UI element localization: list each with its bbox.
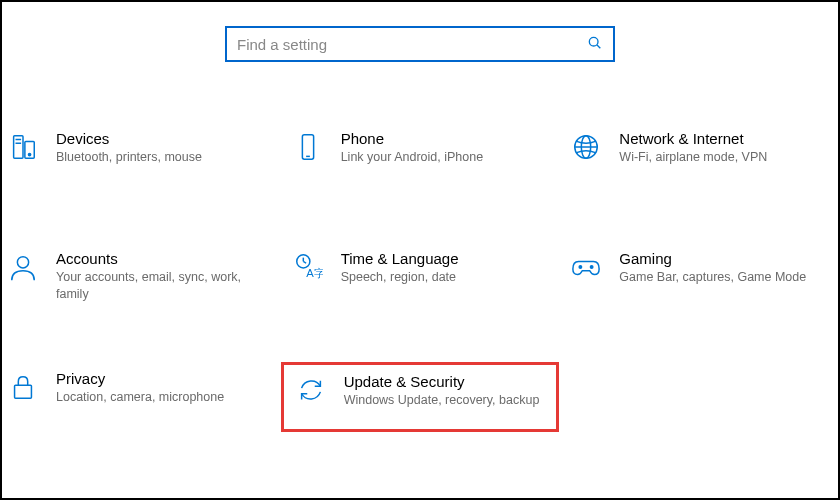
svg-point-6 (28, 153, 30, 155)
phone-icon (291, 130, 325, 164)
empty-cell (559, 362, 838, 432)
tile-subtitle: Game Bar, captures, Game Mode (619, 269, 806, 286)
tile-title: Network & Internet (619, 130, 767, 147)
tile-privacy[interactable]: Privacy Location, camera, microphone (0, 362, 281, 432)
tile-subtitle: Wi-Fi, airplane mode, VPN (619, 149, 767, 166)
tile-title: Update & Security (344, 373, 540, 390)
tile-accounts[interactable]: Accounts Your accounts, email, sync, wor… (0, 242, 281, 312)
tile-subtitle: Speech, region, date (341, 269, 459, 286)
tile-subtitle: Your accounts, email, sync, work, family (56, 269, 256, 303)
svg-line-1 (597, 45, 600, 48)
tile-subtitle: Link your Android, iPhone (341, 149, 483, 166)
tile-phone[interactable]: Phone Link your Android, iPhone (281, 122, 560, 192)
gamepad-icon (569, 250, 603, 284)
person-icon (6, 250, 40, 284)
svg-point-17 (579, 266, 581, 268)
tile-title: Privacy (56, 370, 224, 387)
tile-title: Devices (56, 130, 202, 147)
svg-point-18 (591, 266, 593, 268)
tile-gaming[interactable]: Gaming Game Bar, captures, Game Mode (559, 242, 838, 312)
search-container (2, 2, 838, 62)
search-input[interactable] (237, 36, 587, 53)
svg-point-0 (589, 37, 598, 46)
search-icon (587, 35, 603, 54)
tile-title: Gaming (619, 250, 806, 267)
tile-devices[interactable]: Devices Bluetooth, printers, mouse (0, 122, 281, 192)
tile-title: Accounts (56, 250, 256, 267)
svg-rect-19 (15, 385, 32, 398)
tile-title: Time & Language (341, 250, 459, 267)
time-language-icon: A字 (291, 250, 325, 284)
svg-text:A字: A字 (306, 267, 323, 279)
search-box[interactable] (225, 26, 615, 62)
devices-icon (6, 130, 40, 164)
tile-title: Phone (341, 130, 483, 147)
tile-time-language[interactable]: A字 Time & Language Speech, region, date (281, 242, 560, 312)
lock-icon (6, 370, 40, 404)
tile-subtitle: Windows Update, recovery, backup (344, 392, 540, 409)
svg-rect-7 (302, 135, 313, 159)
tile-subtitle: Location, camera, microphone (56, 389, 224, 406)
sync-icon (294, 373, 328, 407)
tile-update-security[interactable]: Update & Security Windows Update, recove… (281, 362, 560, 432)
tile-network[interactable]: Network & Internet Wi-Fi, airplane mode,… (559, 122, 838, 192)
svg-line-15 (303, 261, 306, 263)
globe-icon (569, 130, 603, 164)
tile-subtitle: Bluetooth, printers, mouse (56, 149, 202, 166)
settings-grid: Devices Bluetooth, printers, mouse Phone… (2, 62, 838, 432)
svg-point-12 (17, 257, 28, 268)
